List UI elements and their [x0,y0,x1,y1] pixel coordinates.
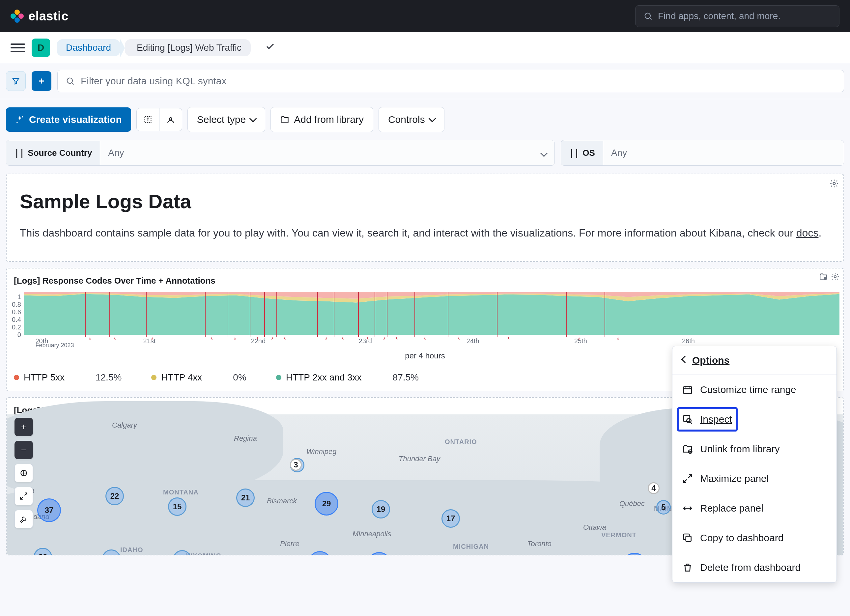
chevron-left-icon [681,356,689,363]
svg-point-12 [834,276,837,278]
create-visualization-button[interactable]: Create visualization [6,108,131,132]
svg-point-0 [645,13,650,18]
folder-icon [280,115,289,124]
os-control[interactable]: || OS Any [561,140,844,166]
controls-button[interactable]: Controls [379,107,444,132]
svg-point-9 [169,118,172,120]
unlink-icon [682,444,693,454]
svg-rect-20 [684,416,690,422]
legend-item[interactable]: HTTP 4xx0% [151,372,246,383]
add-from-library-button[interactable]: Add from library [271,107,373,132]
nav-menu-toggle[interactable] [10,40,25,55]
breadcrumb: Dashboard Editing [Logs] Web Traffic [57,39,251,56]
svg-rect-16 [684,387,691,394]
image-tool-button[interactable] [159,108,182,131]
source-country-value: Any [100,141,533,165]
maximize-icon [682,473,693,484]
intro-panel: Sample Logs Data This dashboard contains… [6,173,844,262]
panel-options-menu: Options Customize time range Inspect Unl… [672,346,837,583]
sparkle-icon [15,115,24,124]
menu-header[interactable]: Options [672,346,837,375]
global-search-input[interactable]: Find apps, content, and more. [635,5,840,27]
chevron-down-icon [428,115,436,123]
menu-copy-dashboard[interactable]: Copy to dashboard [672,523,837,553]
query-bar: Filter your data using KQL syntax [0,63,850,99]
breadcrumb-editing[interactable]: Editing [Logs] Web Traffic [125,39,251,56]
svg-line-22 [691,422,692,424]
search-placeholder: Find apps, content, and more. [658,11,781,21]
svg-point-4 [67,78,72,83]
chart-panel-title: [Logs] Response Codes Over Time + Annota… [10,273,840,289]
elastic-logo-icon [10,9,24,23]
text-tool-button[interactable] [136,108,159,131]
zoom-in-button[interactable]: + [15,418,33,436]
calendar-icon [682,384,693,395]
dashboard-toolbar: Create visualization Select type Add fro… [0,99,850,140]
inspect-icon [682,414,693,425]
menu-replace[interactable]: Replace panel [672,493,837,523]
dashboard-controls: || Source Country Any || OS Any [0,140,850,173]
legend-item[interactable]: HTTP 2xx and 3xx87.5% [276,372,419,383]
os-value: Any [603,141,844,165]
search-icon [643,12,652,21]
breadcrumb-dashboard[interactable]: Dashboard [57,39,120,56]
kql-placeholder: Filter your data using KQL syntax [81,75,226,87]
panel-gear-icon[interactable] [829,179,839,190]
os-label: || OS [561,141,603,165]
trash-icon [682,562,693,573]
svg-point-7 [16,121,18,123]
svg-point-10 [833,182,835,185]
menu-maximize[interactable]: Maximize panel [672,464,837,493]
intro-body: This dashboard contains sample data for … [20,225,830,241]
source-country-label: || Source Country [6,141,100,165]
tools-button[interactable] [15,510,33,528]
fit-bounds-button[interactable] [15,464,33,482]
docs-link[interactable]: docs [796,227,819,239]
svg-point-11 [824,277,826,280]
brand-name: elastic [28,9,69,23]
menu-delete[interactable]: Delete from dashboard [672,553,837,582]
chevron-down-icon [533,148,554,158]
global-header: elastic Find apps, content, and more. [0,0,850,32]
filter-toggle-button[interactable] [6,71,26,91]
menu-unlink-library[interactable]: Unlink from library [672,434,837,464]
library-link-icon[interactable] [819,272,828,283]
copy-icon [682,533,693,543]
menu-customize-time-range[interactable]: Customize time range [672,375,837,405]
menu-inspect[interactable]: Inspect [672,405,837,434]
svg-point-21 [687,419,691,423]
svg-line-1 [650,18,651,19]
source-country-control[interactable]: || Source Country Any [6,140,555,166]
app-header: D Dashboard Editing [Logs] Web Traffic [0,32,850,63]
panel-gear-icon[interactable] [831,272,840,283]
space-avatar[interactable]: D [31,39,50,57]
svg-line-5 [72,83,73,84]
chevron-down-icon [249,115,257,123]
svg-rect-25 [686,536,691,541]
add-filter-button[interactable] [31,71,51,91]
chart-y-axis: 10.80.60.40.20 [10,292,24,335]
map-controls: + − [15,418,33,528]
toolbar-icon-group [136,108,182,131]
expand-button[interactable] [15,487,33,505]
intro-title: Sample Logs Data [20,190,830,213]
brand-logo[interactable]: elastic [10,9,69,23]
legend-item[interactable]: HTTP 5xx12.5% [14,372,121,383]
check-icon[interactable] [265,42,275,54]
svg-point-6 [22,116,23,118]
kql-query-input[interactable]: Filter your data using KQL syntax [57,70,844,92]
zoom-out-button[interactable]: − [15,441,33,459]
chart-plot-area[interactable] [24,292,840,335]
replace-icon [682,503,693,514]
select-type-button[interactable]: Select type [187,107,265,132]
